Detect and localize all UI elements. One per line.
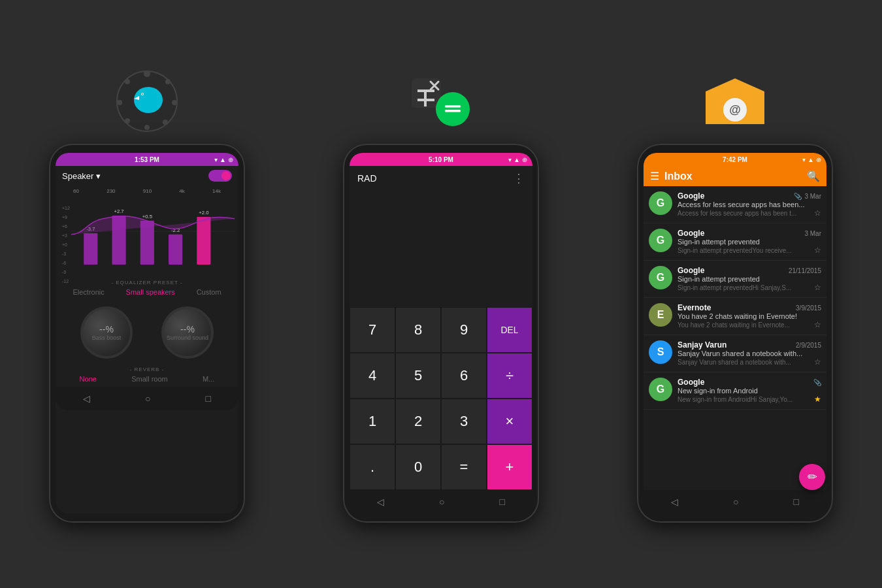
home-icon[interactable]: ○	[145, 393, 150, 404]
svg-text:+0.5: +0.5	[142, 214, 152, 220]
svg-point-1	[144, 71, 150, 77]
email-avatar-3: G	[649, 266, 672, 289]
back-icon[interactable]: ◁	[83, 393, 90, 404]
eq-reverb-none[interactable]: None	[80, 375, 97, 383]
back-icon[interactable]: ◁	[671, 497, 678, 507]
svg-point-13	[142, 93, 143, 95]
svg-rect-26	[417, 90, 434, 92]
email-sender-3: Google	[678, 266, 704, 275]
eq-toggle[interactable]	[208, 170, 232, 182]
email-date-3: 21/11/2015	[789, 267, 821, 274]
eq-db-labels: +12 +9 +6 +3 +0 -3 -6 -9 -12	[62, 206, 70, 284]
email-star-1[interactable]: ☆	[814, 208, 821, 218]
email-header-6: Google 📎	[678, 378, 821, 387]
calc-btn-9[interactable]: 9	[441, 307, 487, 353]
eq-surround-knob[interactable]: --% Surround sound	[161, 306, 214, 359]
calc-btn-0[interactable]: 0	[395, 444, 441, 490]
calc-btn-del[interactable]: DEL	[487, 307, 532, 353]
email-header-5: Sanjay Varun 2/9/2015	[678, 340, 821, 350]
recents-icon[interactable]: □	[794, 497, 799, 507]
eq-toolbar: Speaker ▾	[56, 166, 238, 186]
search-icon[interactable]: 🔍	[807, 170, 820, 182]
email-content-4: Evernote 3/9/2015 You have 2 chats waiti…	[678, 303, 821, 329]
email-content-3: Google 21/11/2015 Sign-in attempt preven…	[678, 266, 821, 292]
hamburger-icon[interactable]: ☰	[650, 170, 659, 182]
eq-bass-boost-knob[interactable]: --% Bass boost	[80, 306, 133, 359]
eq-svg: -3.7 +2.7 +0.5 -2.2 +2.0	[71, 195, 235, 267]
email-avatar-2: G	[649, 229, 672, 252]
back-icon[interactable]: ◁	[377, 497, 384, 507]
equalizer-screen: 1:53 PM ▾ ▲ ⊕ Speaker ▾ 60 230	[56, 153, 238, 514]
svg-point-8	[125, 79, 130, 84]
fab-compose-button[interactable]: ✏	[799, 464, 825, 490]
calc-btn-equals[interactable]: =	[441, 444, 487, 490]
calc-display	[350, 191, 532, 307]
calc-mode: RAD	[357, 173, 377, 184]
calc-btn-5[interactable]: 5	[395, 353, 441, 399]
calculator-phone: 5:10 PM ▾ ▲ ⊕ RAD ⋮ 7 8 9 DEL	[343, 144, 539, 523]
wifi-icon: ▾	[508, 156, 512, 163]
recents-icon[interactable]: □	[500, 497, 505, 507]
calc-btn-div[interactable]: ÷	[487, 353, 532, 399]
eq-preset-small-speakers[interactable]: Small speakers	[126, 288, 175, 296]
email-preview-1: Access for less secure apps has been t..…	[678, 210, 796, 217]
eq-status-icons: ▾ ▲ ⊕	[214, 156, 233, 163]
email-item-2[interactable]: G Google 3 Mar Sign-in attempt prevented…	[644, 223, 826, 261]
wifi-icon: ▾	[214, 156, 218, 163]
calc-btn-4[interactable]: 4	[350, 353, 395, 399]
equalizer-app-icon	[111, 65, 183, 137]
equalizer-phone: 1:53 PM ▾ ▲ ⊕ Speaker ▾ 60 230	[49, 144, 245, 523]
eq-nav-bar: ◁ ○ □	[56, 387, 238, 410]
calc-btn-8[interactable]: 8	[395, 307, 441, 353]
eq-freq-labels: 60 230 910 4k 14k	[59, 188, 235, 194]
email-item-6[interactable]: G Google 📎 New sign-in from Android New …	[644, 372, 826, 410]
svg-point-5	[144, 125, 150, 130]
email-star-5[interactable]: ☆	[814, 357, 821, 367]
email-item-5[interactable]: S Sanjay Varun 2/9/2015 Sanjay Varun sha…	[644, 335, 826, 372]
email-screen: 7:42 PM ▾ ▲ ⊕ ☰ Inbox 🔍 G	[644, 153, 826, 514]
eq-preset-custom[interactable]: Custom	[197, 288, 221, 296]
email-star-4[interactable]: ☆	[814, 320, 821, 329]
calc-btn-mul[interactable]: ×	[487, 399, 532, 444]
email-list: G Google 📎 3 Mar Access for less secure …	[644, 186, 826, 490]
calc-btn-dot[interactable]: .	[350, 444, 395, 490]
dropdown-icon[interactable]: ▾	[96, 171, 101, 181]
recents-icon[interactable]: □	[206, 393, 211, 404]
email-header-1: Google 📎 3 Mar	[678, 191, 821, 201]
email-item-4[interactable]: E Evernote 3/9/2015 You have 2 chats wai…	[644, 298, 826, 335]
email-avatar-5: S	[649, 340, 672, 364]
email-sender-6: Google	[678, 378, 704, 387]
email-subject-3: Sign-in attempt prevented	[678, 275, 821, 283]
svg-rect-30	[424, 92, 427, 106]
calc-buttons: 7 8 9 DEL 4 5 6 ÷ 1 2 3 × . 0 = +	[350, 307, 532, 490]
eq-preset-section: - EQUALIZER PRESET - Electronic Small sp…	[56, 277, 238, 300]
email-star-2[interactable]: ☆	[814, 246, 821, 255]
email-star-6[interactable]: ★	[814, 395, 821, 404]
email-star-3[interactable]: ☆	[814, 283, 821, 292]
calc-menu-icon[interactable]: ⋮	[513, 171, 525, 186]
eq-reverb-small-room[interactable]: Small room	[131, 375, 168, 383]
calc-btn-1[interactable]: 1	[350, 399, 395, 444]
eq-reverb-section: - REVERB - None Small room M...	[56, 365, 238, 387]
calc-btn-7[interactable]: 7	[350, 307, 395, 353]
calc-btn-3[interactable]: 3	[441, 399, 487, 444]
calc-btn-plus[interactable]: +	[487, 444, 532, 490]
email-sender-5: Sanjay Varun	[678, 340, 727, 350]
calc-btn-2[interactable]: 2	[395, 399, 441, 444]
eq-reverb-more[interactable]: M...	[203, 375, 214, 383]
email-item-1[interactable]: G Google 📎 3 Mar Access for less secure …	[644, 186, 826, 223]
attachment-icon-6: 📎	[813, 379, 821, 386]
email-avatar-4: E	[649, 303, 672, 327]
email-header-2: Google 3 Mar	[678, 229, 821, 238]
calc-status-icons: ▾ ▲ ⊕	[508, 156, 527, 163]
home-icon[interactable]: ○	[733, 497, 738, 507]
eq-status-time: 1:53 PM	[135, 156, 159, 163]
calc-btn-6[interactable]: 6	[441, 353, 487, 399]
eq-preset-electronic[interactable]: Electronic	[73, 288, 104, 296]
eq-graph-body: +12 +9 +6 +3 +0 -3 -6 -9 -12	[59, 195, 235, 272]
eq-preset-label: - EQUALIZER PRESET -	[56, 280, 238, 286]
home-icon[interactable]: ○	[439, 497, 444, 507]
eq-reverb-label: - REVERB -	[56, 367, 238, 372]
email-status-time: 7:42 PM	[723, 156, 747, 163]
email-item-3[interactable]: G Google 21/11/2015 Sign-in attempt prev…	[644, 261, 826, 298]
